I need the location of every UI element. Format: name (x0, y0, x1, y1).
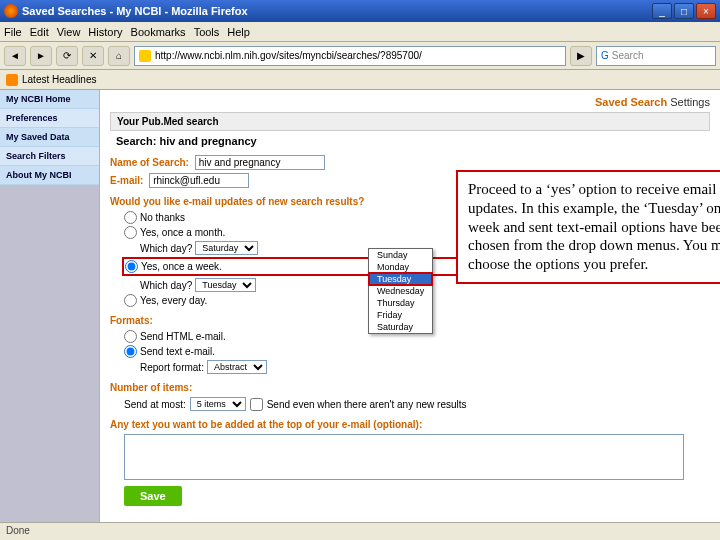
window-titlebar: Saved Searches - My NCBI - Mozilla Firef… (0, 0, 720, 22)
day-option-friday[interactable]: Friday (369, 309, 432, 321)
search-engine-icon: G (601, 50, 609, 61)
menu-view[interactable]: View (57, 26, 81, 38)
report-format-row: Report format: Abstract (140, 360, 710, 374)
feed-icon (6, 74, 18, 86)
close-button[interactable]: × (696, 3, 716, 19)
day-option-tuesday[interactable]: Tuesday (369, 273, 432, 285)
menu-bookmarks[interactable]: Bookmarks (131, 26, 186, 38)
search-box[interactable]: G Search (596, 46, 716, 66)
name-input[interactable] (195, 155, 325, 170)
menu-bar: File Edit View History Bookmarks Tools H… (0, 22, 720, 42)
numitems-row: Send at most: 5 items Send even when the… (124, 397, 710, 411)
stop-button[interactable]: ✕ (82, 46, 104, 66)
day-dropdown-list[interactable]: Sunday Monday Tuesday Wednesday Thursday… (368, 248, 433, 334)
sidebar-spacer (0, 185, 99, 522)
email-value: rhinck@ufl.edu (149, 173, 249, 188)
latest-headlines[interactable]: Latest Headlines (22, 74, 97, 85)
day-option-monday[interactable]: Monday (369, 261, 432, 273)
status-text: Done (6, 525, 30, 536)
sidebar-item-home[interactable]: My NCBI Home (0, 90, 99, 109)
search-query-row: Search: hiv and pregnancy (110, 133, 710, 149)
day-option-wednesday[interactable]: Wednesday (369, 285, 432, 297)
url-text: http://www.ncbi.nlm.nih.gov/sites/myncbi… (155, 50, 422, 61)
radio-daily-input[interactable] (124, 294, 137, 307)
window-title: Saved Searches - My NCBI - Mozilla Firef… (22, 5, 248, 17)
radio-month-input[interactable] (124, 226, 137, 239)
sidebar: My NCBI Home Preferences My Saved Data S… (0, 90, 100, 522)
sidebar-item-saved-data[interactable]: My Saved Data (0, 128, 99, 147)
anytext-label: Any text you want to be added at the top… (110, 419, 710, 430)
firefox-icon (4, 4, 18, 18)
format-text-radio[interactable] (124, 345, 137, 358)
reload-button[interactable]: ⟳ (56, 46, 78, 66)
report-format-select[interactable]: Abstract (207, 360, 267, 374)
search-placeholder: Search (612, 50, 644, 61)
email-label: E-mail: (110, 175, 143, 186)
format-text-row[interactable]: Send text e-mail. (124, 345, 710, 358)
main-content: Saved Search Settings Your Pub.Med searc… (100, 90, 720, 522)
pubmed-search-header: Your Pub.Med search (110, 112, 710, 131)
menu-help[interactable]: Help (227, 26, 250, 38)
day-option-saturday[interactable]: Saturday (369, 321, 432, 333)
day-option-thursday[interactable]: Thursday (369, 297, 432, 309)
settings-heading: Saved Search Settings (110, 96, 710, 108)
maximize-button[interactable]: □ (674, 3, 694, 19)
sidebar-item-preferences[interactable]: Preferences (0, 109, 99, 128)
menu-history[interactable]: History (88, 26, 122, 38)
instruction-callout: Proceed to a ‘yes’ option to receive ema… (456, 170, 720, 284)
save-button[interactable]: Save (124, 486, 182, 506)
forward-button[interactable]: ► (30, 46, 52, 66)
home-button[interactable]: ⌂ (108, 46, 130, 66)
radio-no-input[interactable] (124, 211, 137, 224)
url-bar[interactable]: http://www.ncbi.nlm.nih.gov/sites/myncbi… (134, 46, 566, 66)
name-of-search-row: Name of Search: (110, 155, 710, 170)
sidebar-item-search-filters[interactable]: Search Filters (0, 147, 99, 166)
send-even-checkbox[interactable] (250, 398, 263, 411)
bookmark-toolbar: Latest Headlines (0, 70, 720, 90)
name-label: Name of Search: (110, 157, 189, 168)
radio-week-input[interactable] (125, 260, 138, 273)
menu-edit[interactable]: Edit (30, 26, 49, 38)
go-button[interactable]: ▶ (570, 46, 592, 66)
minimize-button[interactable]: _ (652, 3, 672, 19)
navigation-toolbar: ◄ ► ⟳ ✕ ⌂ http://www.ncbi.nlm.nih.gov/si… (0, 42, 720, 70)
menu-file[interactable]: File (4, 26, 22, 38)
back-button[interactable]: ◄ (4, 46, 26, 66)
sidebar-item-about[interactable]: About My NCBI (0, 166, 99, 185)
anytext-textarea[interactable] (124, 434, 684, 480)
site-icon (139, 50, 151, 62)
weekly-day-select[interactable]: Tuesday (195, 278, 256, 292)
numitems-label: Number of items: (110, 382, 710, 393)
menu-tools[interactable]: Tools (194, 26, 220, 38)
day-option-sunday[interactable]: Sunday (369, 249, 432, 261)
item-count-select[interactable]: 5 items (190, 397, 246, 411)
monthly-day-select[interactable]: Saturday (195, 241, 258, 255)
format-html-radio[interactable] (124, 330, 137, 343)
status-bar: Done (0, 522, 720, 540)
